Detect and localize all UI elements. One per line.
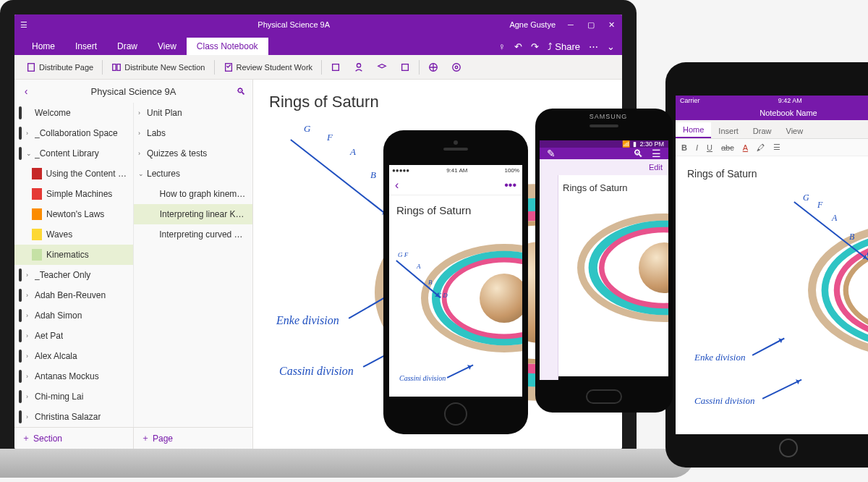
section-group[interactable]: ›Christina Salazar — [14, 407, 133, 427]
tab-class-notebook[interactable]: Class Notebook — [187, 38, 268, 55]
underline-button[interactable]: U — [707, 143, 712, 152]
strike-button[interactable]: abc — [721, 143, 734, 152]
share-button[interactable]: ⤴ Share — [548, 41, 580, 52]
tab-insert[interactable]: Insert — [65, 38, 107, 55]
ribbon-body: Distribute Page Distribute New Section R… — [14, 55, 622, 80]
ipad-canvas[interactable]: Rings of Saturn G F A B C D Enke divisio… — [676, 156, 868, 434]
section-item[interactable]: Kinematics — [14, 245, 133, 265]
toolbar-globe-icon[interactable] — [424, 60, 443, 75]
ipad-tab-draw[interactable]: Draw — [746, 124, 779, 138]
android-canvas[interactable]: Rings of Saturn — [558, 175, 668, 380]
maximize-button[interactable]: ▢ — [586, 20, 596, 30]
page-item[interactable]: How to graph kinemat... — [134, 184, 252, 204]
cassini-label: Cassini division — [279, 365, 354, 378]
section-group[interactable]: ›Chi-ming Lai — [14, 386, 133, 407]
tell-me-icon[interactable]: ♀ — [498, 41, 506, 52]
window-title: Physical Science 9A — [78, 20, 509, 29]
page-item[interactable]: ›Quizzes & tests — [134, 143, 252, 164]
toolbar-person-icon[interactable] — [349, 60, 368, 75]
app-menu-icon[interactable]: ☰ — [20, 20, 78, 30]
section-group[interactable]: ›Alex Alcala — [14, 346, 133, 366]
ios-page-title[interactable]: Rings of Saturn — [396, 204, 515, 216]
section-item[interactable]: Waves — [14, 224, 133, 245]
ios-back-button[interactable]: ‹ — [395, 179, 399, 192]
android-section-tabs[interactable] — [540, 175, 558, 380]
samsung-device: SAMSUNG 📶 ▮ 2:30 PM ✎ 🔍︎ ☰ Edit Rings of… — [535, 109, 673, 413]
toolbar-education-icon[interactable] — [373, 60, 391, 75]
bold-button[interactable]: B — [681, 143, 687, 152]
ipad-tabs: Home Insert Draw View — [676, 120, 868, 139]
distribute-page-button[interactable]: Distribute Page — [22, 60, 98, 75]
section-list[interactable]: Welcome›_Collaboration Space⌄_Content Li… — [14, 103, 134, 427]
toolbar-settings-icon[interactable] — [447, 60, 466, 75]
minimize-button[interactable]: ─ — [566, 20, 576, 29]
page-item[interactable]: ⌄Lectures — [134, 164, 252, 184]
nav-back-button[interactable]: ‹ — [19, 85, 33, 97]
search-icon[interactable]: 🔍︎ — [234, 86, 248, 97]
ipad-page-title[interactable]: Rings of Saturn — [687, 168, 868, 179]
label-a: A — [350, 146, 356, 158]
bullets-button[interactable]: ☰ — [773, 143, 780, 152]
ios-cassini-label: Cassini division — [399, 374, 446, 382]
section-item[interactable]: Simple Machines — [14, 184, 133, 204]
section-group[interactable]: ›Adah Ben-Reuven — [14, 285, 133, 305]
distribute-section-button[interactable]: Distribute New Section — [107, 60, 209, 75]
more-icon[interactable]: ⋯ — [589, 41, 598, 52]
ios-more-button[interactable]: ••• — [504, 179, 516, 192]
ipad-home-button[interactable] — [779, 439, 798, 457]
collapse-ribbon-icon[interactable]: ⌄ — [607, 41, 615, 52]
ipad-notebook-title[interactable]: Notebook Name — [676, 106, 868, 120]
undo-icon[interactable]: ↶ — [514, 41, 522, 52]
svg-rect-0 — [28, 63, 35, 71]
iphone-home-button[interactable] — [444, 402, 467, 426]
highlight-button[interactable]: 🖍 — [757, 143, 765, 152]
ipad-tab-home[interactable]: Home — [676, 122, 711, 138]
add-section-button[interactable]: ＋ Section — [14, 428, 134, 449]
close-button[interactable]: ✕ — [606, 20, 616, 30]
ios-canvas[interactable]: Rings of Saturn G F A B C D Cassini divi… — [389, 195, 522, 397]
pen-icon[interactable]: ✎ — [547, 148, 556, 159]
page-item[interactable]: Interpreting linear KM... — [134, 204, 252, 224]
section-item[interactable]: Using the Content Li... — [14, 164, 133, 184]
tab-draw[interactable]: Draw — [107, 38, 148, 55]
review-work-button[interactable]: Review Student Work — [219, 60, 318, 75]
laptop-screen: ☰ Physical Science 9A Agne Gustye ─ ▢ ✕ … — [14, 14, 622, 449]
page-item[interactable]: ›Unit Plan — [134, 103, 252, 123]
section-group[interactable]: ›_Collaboration Space — [14, 123, 133, 143]
font-color-button[interactable]: A — [743, 143, 748, 152]
label-g: G — [304, 123, 310, 135]
tab-view[interactable]: View — [148, 38, 187, 55]
ipad-status-bar: Carrier 9:42 AM 100% — [676, 96, 868, 106]
svg-point-8 — [455, 66, 458, 69]
section-group[interactable]: ›Adah Simon — [14, 305, 133, 326]
section-group[interactable]: ›Antanas Mockus — [14, 366, 133, 386]
section-group[interactable]: ⌄_Content Library — [14, 143, 133, 164]
section-group[interactable]: ›_Teacher Only — [14, 265, 133, 285]
ipad-tab-view[interactable]: View — [779, 124, 811, 138]
android-menu-icon[interactable]: ☰ — [652, 148, 661, 159]
redo-icon[interactable]: ↷ — [531, 41, 539, 52]
page-item[interactable]: Interpreting curved KM... — [134, 224, 252, 245]
italic-button[interactable]: I — [696, 143, 698, 152]
ipad-tab-insert[interactable]: Insert — [711, 124, 746, 138]
toolbar-icon-4[interactable] — [396, 60, 414, 75]
add-page-button[interactable]: ＋ Page — [134, 428, 252, 449]
toolbar-icon-1[interactable] — [326, 60, 345, 75]
enke-label: Enke division — [276, 314, 339, 327]
android-page-title[interactable]: Rings of Saturn — [563, 182, 664, 193]
svg-point-9 — [453, 63, 461, 71]
section-group[interactable]: ›Aet Pat — [14, 326, 133, 346]
wifi-icon: 📶 — [622, 140, 630, 148]
android-search-icon[interactable]: 🔍︎ — [633, 148, 643, 159]
section-group[interactable]: Welcome — [14, 103, 133, 123]
signal-icon: ▮ — [633, 140, 637, 148]
tab-home[interactable]: Home — [22, 38, 65, 55]
page-item[interactable]: ›Labs — [134, 123, 252, 143]
page-list[interactable]: ›Unit Plan›Labs›Quizzes & tests⌄Lectures… — [134, 103, 252, 427]
edit-button[interactable]: Edit — [540, 159, 668, 175]
section-item[interactable]: Newton's Laws — [14, 204, 133, 224]
ios-nav-bar: ‹ ••• — [389, 175, 522, 195]
samsung-home-button[interactable] — [586, 389, 622, 404]
iphone-device: ●●●●● 9:41 AM 100% ‹ ••• Rings of Saturn… — [383, 130, 528, 434]
user-name[interactable]: Agne Gustye — [509, 20, 556, 29]
